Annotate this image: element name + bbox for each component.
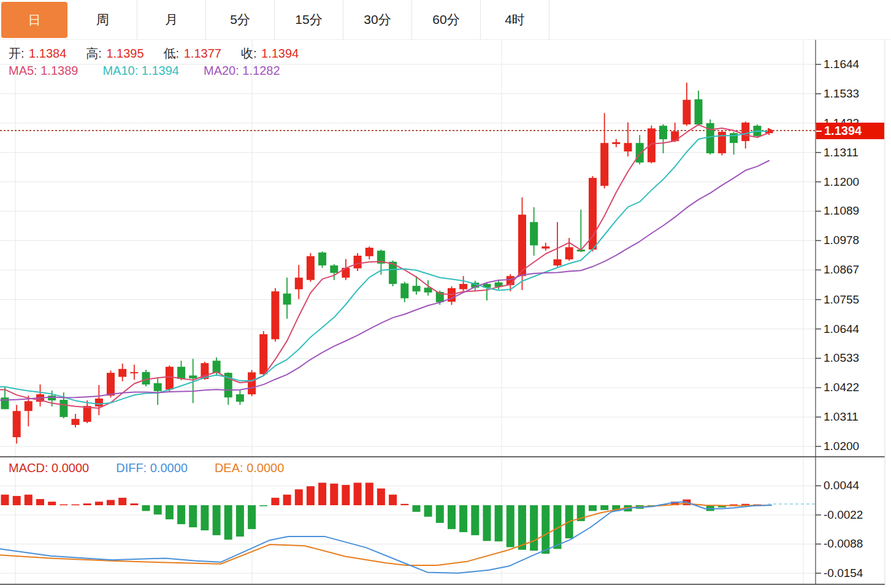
candle-body	[636, 143, 644, 162]
ohlc-legend: 开: 1.1384高: 1.1395低: 1.1377收: 1.1394	[9, 45, 318, 62]
price-tick-label-5: 1.1089	[824, 204, 885, 218]
legend-macd-value-0: 0.0000	[48, 461, 89, 475]
macd-bar	[13, 496, 21, 505]
candle-body	[541, 246, 549, 249]
macd-bar	[95, 502, 103, 505]
candle-body	[459, 284, 467, 289]
legend-ohlc-label-0: 开:	[9, 47, 25, 60]
legend-ma-item-0: MA5: 1.1389	[9, 64, 78, 78]
candle-body	[83, 406, 91, 422]
tab-timeframe-3[interactable]: 5分	[206, 0, 275, 39]
candle-body	[659, 126, 667, 139]
legend-macd-item-0: MACD: 0.0000	[9, 461, 89, 475]
candle-body	[600, 143, 608, 186]
candle-body	[95, 399, 103, 407]
legend-ma-item-2: MA20: 1.1282	[204, 64, 280, 78]
macd-bar	[330, 484, 338, 505]
macd-bar	[48, 502, 56, 505]
candle-body	[518, 215, 526, 276]
macd-bar	[130, 503, 138, 505]
candle-body	[107, 373, 115, 395]
macd-bar	[507, 505, 514, 547]
legend-ohlc-value-2: 1.1377	[180, 47, 221, 60]
tab-timeframe-2[interactable]: 月	[137, 0, 206, 39]
macd-bar	[1, 495, 9, 505]
macd-bar	[295, 489, 303, 505]
candle-body	[13, 411, 21, 437]
macd-tick-label-2: -0.0088	[824, 537, 885, 551]
price-tick-label-1: 1.1533	[824, 87, 885, 101]
tab-timeframe-6[interactable]: 60分	[412, 0, 481, 39]
candle-body	[118, 369, 126, 377]
candle-body	[365, 248, 373, 256]
candle-body	[671, 131, 679, 141]
candle-body	[295, 278, 303, 289]
macd-tick-label-1: -0.0022	[824, 508, 885, 522]
legend-ma-value-1: 1.1394	[138, 64, 179, 77]
macd-bar	[259, 505, 267, 506]
macd-bar	[283, 495, 291, 505]
candle-body	[565, 247, 573, 259]
legend-ohlc-item-1: 高: 1.1395	[86, 45, 143, 62]
price-tick-label-6: 1.0978	[824, 234, 885, 247]
legend-macd-label-1: DIFF:	[116, 461, 147, 475]
legend-ma-label-2: MA20:	[204, 64, 239, 77]
candle-body	[318, 253, 326, 265]
macd-bar	[459, 505, 467, 532]
legend-ohlc-value-0: 1.1384	[26, 47, 67, 60]
macd-bar	[530, 505, 538, 551]
tab-timeframe-5[interactable]: 30分	[343, 0, 412, 39]
macd-bar	[318, 483, 326, 505]
ma-legend: MA5: 1.1389MA10: 1.1394MA20: 1.1282	[9, 64, 305, 78]
chart-canvas[interactable]	[0, 0, 891, 588]
macd-legend: MACD: 0.0000DIFF: 0.0000DEA: 0.0000	[9, 461, 311, 475]
candle-body	[530, 222, 538, 245]
tab-timeframe-1[interactable]: 周	[69, 0, 137, 39]
macd-bar	[107, 500, 115, 505]
macd-bar	[471, 505, 479, 535]
macd-bar	[83, 503, 91, 505]
ma10-line	[0, 131, 769, 404]
price-tick-label-7: 1.0867	[824, 263, 885, 277]
tab-timeframe-4[interactable]: 15分	[275, 0, 343, 39]
price-tick-label-8: 1.0755	[824, 293, 885, 307]
candle-body	[236, 394, 244, 402]
macd-bar	[72, 505, 80, 506]
tab-timeframe-0[interactable]: 日	[1, 2, 67, 38]
candle-body	[695, 99, 703, 124]
macd-bar	[706, 505, 714, 511]
price-tick-label-12: 1.0311	[824, 410, 885, 424]
macd-bar	[413, 505, 421, 512]
macd-bar	[518, 505, 526, 550]
candle-body	[25, 401, 33, 411]
candle-body	[189, 375, 197, 378]
candle-body	[706, 123, 714, 153]
candle-body	[48, 395, 56, 400]
macd-bar	[389, 495, 397, 505]
tab-timeframe-7[interactable]: 4时	[481, 0, 549, 39]
macd-bar	[424, 505, 432, 517]
macd-bar	[483, 505, 491, 541]
macd-bar	[377, 489, 385, 505]
price-tick-label-11: 1.0422	[824, 381, 885, 394]
legend-ma-label-1: MA10:	[102, 64, 138, 77]
legend-macd-item-2: DEA: 0.0000	[215, 461, 284, 475]
price-tick-label-13: 1.0200	[824, 440, 885, 453]
candle-body	[248, 372, 256, 394]
candle-body	[213, 361, 221, 373]
candle-body	[413, 286, 421, 291]
macd-bar	[177, 505, 185, 524]
macd-bar	[189, 505, 197, 527]
legend-macd-label-2: DEA:	[215, 461, 243, 475]
candle-body	[400, 283, 408, 298]
macd-tick-label-3: -0.0154	[824, 567, 885, 580]
macd-bar	[354, 483, 362, 505]
legend-ohlc-item-0: 开: 1.1384	[9, 45, 66, 62]
legend-ma-label-0: MA5:	[9, 64, 37, 77]
macd-bar	[271, 498, 279, 505]
ma5-line	[0, 124, 769, 408]
candle-body	[271, 291, 279, 339]
candle-body	[1, 397, 9, 409]
macd-bar	[436, 505, 444, 523]
candle-body	[624, 143, 632, 151]
